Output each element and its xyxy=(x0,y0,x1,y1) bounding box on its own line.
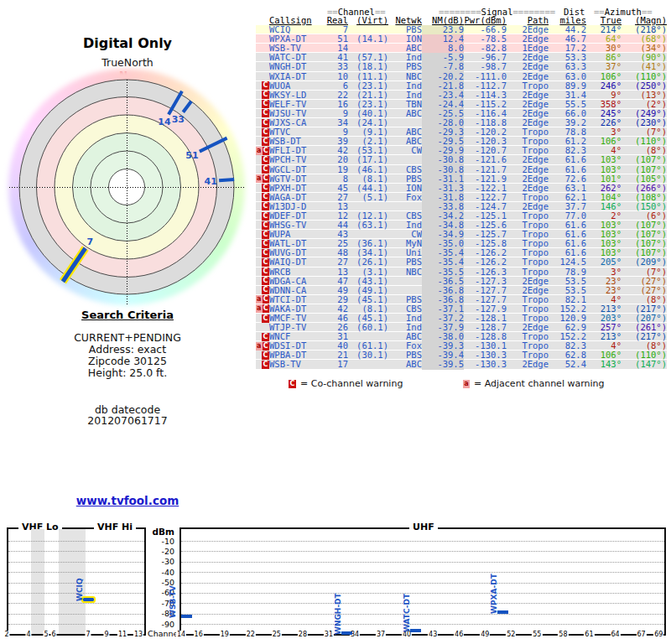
group-header-azimuth: ==Azimuth== xyxy=(594,7,653,17)
radar-channel-label: 51 xyxy=(185,150,198,161)
cell-callsign: WXIA-DT xyxy=(269,72,323,81)
cell-virtual-channel: (17.1) xyxy=(348,155,388,164)
station-label: WPXA-DT xyxy=(490,574,498,614)
channel-tick-label: 11 xyxy=(117,631,127,638)
dbm-tick-label: -10 xyxy=(149,537,174,546)
cell-callsign: WAIQ-DT xyxy=(269,257,323,267)
adjacent-channel-legend: a = Adjacent channel warning xyxy=(463,378,605,389)
cell-virtual-channel: (11.1) xyxy=(348,72,388,81)
cell-noise-margin: -35.4 xyxy=(422,257,464,267)
cell-real-channel: 13 xyxy=(323,267,348,277)
co-channel-warning-icon: C xyxy=(289,380,296,388)
channel-tick-label: 5 xyxy=(43,631,49,638)
cell-virtual-channel: (60.1) xyxy=(348,323,388,332)
gridline xyxy=(181,624,664,625)
table-row: WXIA-DT10(11.1)NBC-20.2-111.02Edge63.010… xyxy=(256,72,667,81)
co-channel-warning-icon: C xyxy=(262,231,269,239)
cell-miles: 61.6 xyxy=(549,155,586,164)
table-row: CWRCB13(3.1)NBC-35.5-126.3Tropo78.93°(7°… xyxy=(256,267,667,277)
table-group-header-row: ==Channel== ========Signal======== Dist … xyxy=(256,7,667,16)
co-channel-legend: C = Co-channel warning xyxy=(289,378,403,389)
gridline xyxy=(181,593,664,594)
uhf-chart-panel xyxy=(179,527,666,636)
cell-callsign: WSB-TV xyxy=(269,360,323,369)
gridline xyxy=(181,583,664,584)
channel-tick-label: 46 xyxy=(454,631,464,638)
cell-true-azimuth: 103° xyxy=(586,165,622,174)
cell-callsign: WPCH-TV xyxy=(269,155,323,164)
adjacent-channel-warning-icon: a xyxy=(256,174,263,183)
cell-power: -130.3 xyxy=(464,360,507,369)
cell-magnetic-azimuth: (147°) xyxy=(622,360,667,369)
band-label-vhf-hi: VHF Hi xyxy=(94,522,136,532)
channel-tick-label: 2 xyxy=(3,631,9,638)
channel-tick-label: 37 xyxy=(376,631,386,638)
dbm-tick-label: -30 xyxy=(149,557,174,566)
cell-true-azimuth: 3° xyxy=(586,267,622,277)
cell-magnetic-azimuth: (41°) xyxy=(622,62,667,71)
table-row: WNGH-DT33(18.1)PBS-7.8-98.72Edge63.337°(… xyxy=(256,62,667,71)
dbm-tick-label: -40 xyxy=(149,568,174,577)
cell-miles: 63.0 xyxy=(549,72,586,81)
gridline xyxy=(181,614,664,615)
cell-true-azimuth: 37° xyxy=(586,62,622,71)
cell-real-channel: 17 xyxy=(323,360,348,369)
radar-center-circle xyxy=(109,169,145,205)
station-marker xyxy=(497,610,508,614)
channel-tick-label: 19 xyxy=(220,631,230,638)
cell-true-azimuth: 143° xyxy=(586,360,622,369)
channel-tick-label: 6 xyxy=(50,631,56,638)
co-channel-warning-icon: C xyxy=(263,304,269,313)
co-channel-warning-icon: C xyxy=(262,202,269,210)
co-channel-warning-icon: C xyxy=(262,351,269,360)
cell-noise-margin: -39.5 xyxy=(422,360,464,369)
co-channel-warning-icon: C xyxy=(262,100,269,108)
cell-callsign: WGCL-DT xyxy=(269,165,323,174)
cell-path: 2Edge xyxy=(507,360,549,369)
cell-power: -126.2 xyxy=(464,257,507,267)
cell-path: Tropo xyxy=(507,257,549,267)
channel-tick-label: 52 xyxy=(506,631,516,638)
cell-real-channel: 33 xyxy=(323,62,348,71)
adjacent-channel-warning-icon: a xyxy=(463,380,470,388)
cell-true-azimuth: 106° xyxy=(586,72,622,81)
tvfool-link[interactable]: www.tvfool.com xyxy=(0,494,255,507)
cell-network xyxy=(388,277,422,286)
cell-noise-margin: -35.5 xyxy=(422,267,464,277)
station-table: ==Channel== ========Signal======== Dist … xyxy=(256,7,667,370)
dbm-axis-title: dBm xyxy=(149,527,174,537)
channel-tick-label: 22 xyxy=(246,631,256,638)
co-channel-warning-icon: C xyxy=(262,212,269,221)
co-channel-warning-icon: C xyxy=(262,267,269,276)
cell-network: Fox xyxy=(388,193,422,202)
cell-real-channel: 27 xyxy=(323,257,348,267)
channel-tick-label: 58 xyxy=(558,631,568,638)
channel-tick-label: 4 xyxy=(25,631,31,638)
cell-magnetic-azimuth: (107°) xyxy=(622,165,667,174)
channel-tick-label: 67 xyxy=(636,631,646,638)
channel-tick-label: 9 xyxy=(103,631,109,638)
radar-channel-label: 33 xyxy=(172,114,185,125)
cell-network xyxy=(388,155,422,164)
co-channel-legend-text: = Co-channel warning xyxy=(300,378,403,389)
co-channel-warning-icon: C xyxy=(262,184,269,192)
co-channel-warning-icon: C xyxy=(262,165,269,174)
gridline xyxy=(181,572,664,573)
band-label-uhf: UHF xyxy=(409,522,438,532)
gridline xyxy=(8,603,144,604)
channel-tick-label: 69 xyxy=(653,631,663,638)
cell-true-azimuth: 103° xyxy=(586,155,622,164)
adjacent-channel-legend-text: = Adjacent channel warning xyxy=(474,378,605,389)
station-marker xyxy=(83,598,94,601)
group-header-dist: Dist xyxy=(564,7,585,17)
tvfool-report-page: { "radar": { "title": "Digital Only", "n… xyxy=(0,0,671,644)
co-channel-warning-icon: C xyxy=(262,258,269,267)
cell-virtual-channel: (63.1) xyxy=(348,221,388,230)
cell-power: -98.7 xyxy=(464,62,507,71)
channel-tick-label: 13 xyxy=(133,631,143,638)
cell-virtual-channel: (3.1) xyxy=(348,267,388,277)
search-criteria-line: CURRENT+PENDING xyxy=(0,331,255,344)
cell-noise-margin: -30.8 xyxy=(422,155,464,164)
cell-miles: 61.6 xyxy=(549,165,586,174)
co-channel-warning-icon: C xyxy=(263,147,269,155)
